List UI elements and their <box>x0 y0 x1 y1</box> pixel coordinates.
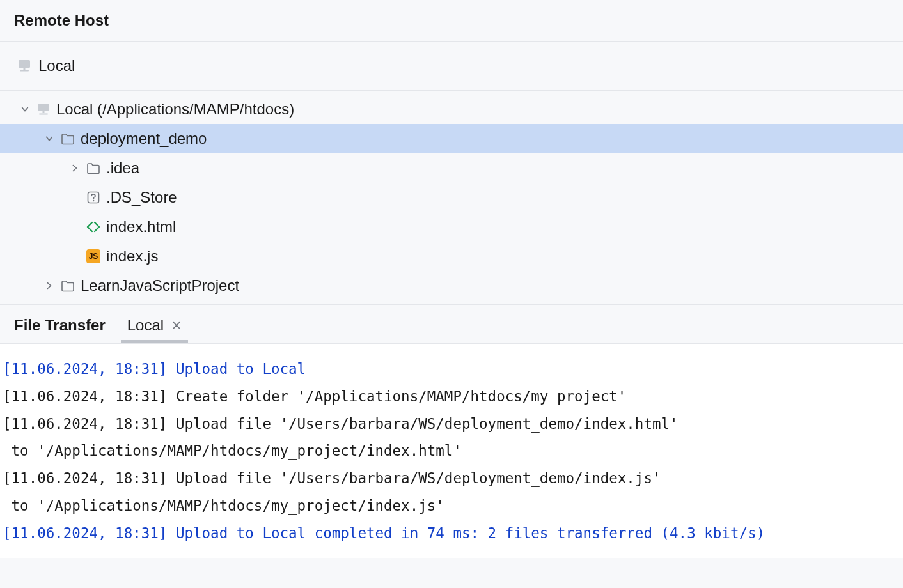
log-line: [11.06.2024, 18:31] Upload to Local <box>3 355 900 383</box>
transfer-tabs: File Transfer Local <box>0 305 903 343</box>
tree-item-label: .idea <box>106 159 139 177</box>
tree-row-ds-store[interactable]: .DS_Store <box>0 183 903 212</box>
svg-rect-0 <box>19 60 30 68</box>
tree-item-label: LearnJavaScriptProject <box>81 277 239 295</box>
folder-icon <box>60 278 75 293</box>
tab-local[interactable]: Local <box>127 316 182 334</box>
server-selector[interactable]: Local <box>0 42 903 91</box>
folder-icon <box>60 131 75 146</box>
tree-item-label: index.js <box>106 247 158 265</box>
remote-file-tree[interactable]: Local (/Applications/MAMP/htdocs) deploy… <box>0 91 903 305</box>
folder-icon <box>86 160 101 176</box>
svg-rect-2 <box>20 70 29 72</box>
tab-underline <box>121 340 188 343</box>
tab-local-label: Local <box>127 316 164 334</box>
log-line: [11.06.2024, 18:31] Upload file '/Users/… <box>3 410 900 438</box>
tree-root-row[interactable]: Local (/Applications/MAMP/htdocs) <box>0 95 903 124</box>
svg-rect-5 <box>39 114 48 115</box>
log-line: to '/Applications/MAMP/htdocs/my_project… <box>3 492 900 520</box>
log-line: [11.06.2024, 18:31] Create folder '/Appl… <box>3 383 900 410</box>
svg-point-7 <box>93 200 94 201</box>
transfer-log[interactable]: [11.06.2024, 18:31] Upload to Local[11.0… <box>0 343 903 558</box>
html-file-icon <box>86 219 101 235</box>
panel-title: Remote Host <box>0 0 903 42</box>
tree-row-index-html[interactable]: index.html <box>0 212 903 242</box>
tree-row-learn-js-project[interactable]: LearnJavaScriptProject <box>0 271 903 300</box>
chevron-right-icon[interactable] <box>43 280 55 291</box>
svg-rect-4 <box>43 111 45 113</box>
js-file-icon: JS <box>86 249 101 264</box>
server-label-text: Local <box>38 57 75 75</box>
svg-rect-1 <box>24 68 26 70</box>
tree-root-label: Local (/Applications/MAMP/htdocs) <box>56 100 294 118</box>
log-line: [11.06.2024, 18:31] Upload to Local comp… <box>3 520 900 547</box>
close-icon[interactable] <box>171 320 182 330</box>
tree-item-label: deployment_demo <box>81 130 207 148</box>
server-icon <box>36 102 51 117</box>
tree-row-idea[interactable]: .idea <box>0 153 903 183</box>
chevron-down-icon[interactable] <box>43 133 55 144</box>
log-line: [11.06.2024, 18:31] Upload file '/Users/… <box>3 465 900 492</box>
tree-item-label: index.html <box>106 218 176 236</box>
svg-rect-3 <box>38 104 49 111</box>
tab-file-transfer[interactable]: File Transfer <box>14 316 106 334</box>
server-icon <box>17 58 32 74</box>
chevron-right-icon[interactable] <box>69 162 81 174</box>
tree-item-label: .DS_Store <box>106 189 177 206</box>
chevron-down-icon[interactable] <box>19 104 31 115</box>
log-line: to '/Applications/MAMP/htdocs/my_project… <box>3 437 900 465</box>
tree-row-index-js[interactable]: JS index.js <box>0 242 903 271</box>
unknown-file-icon <box>86 190 101 205</box>
tree-row-deployment-demo[interactable]: deployment_demo <box>0 124 903 153</box>
